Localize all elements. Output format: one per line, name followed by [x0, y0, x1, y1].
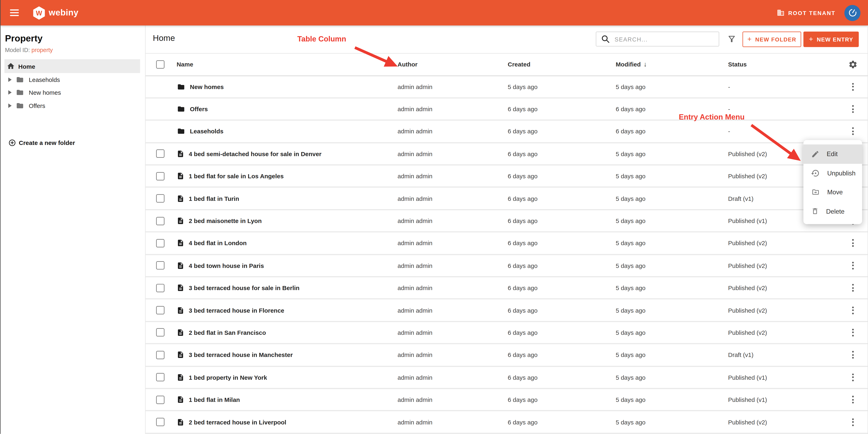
chevron-right-icon[interactable] [8, 90, 11, 95]
table-row[interactable]: 4 bed town house in Paris admin admin 6 … [145, 255, 868, 277]
row-checkbox[interactable] [156, 329, 164, 337]
row-kebab-menu-icon[interactable] [849, 282, 857, 293]
row-kebab-menu-icon[interactable] [849, 394, 857, 405]
select-all-checkbox[interactable] [156, 60, 164, 68]
row-name-cell[interactable]: 1 bed flat in Turin [177, 194, 397, 203]
menu-item-label: Edit [827, 151, 838, 157]
chevron-right-icon[interactable] [8, 77, 11, 82]
menu-item-unpublish[interactable]: Unpublish [803, 163, 862, 182]
user-avatar[interactable] [844, 5, 861, 21]
sidebar-folder-item[interactable]: Offers [0, 99, 145, 112]
table-row[interactable]: 2 bed flat in San Francisco admin admin … [145, 322, 868, 344]
row-name-cell[interactable]: 2 bed maisonette in Lyon [177, 216, 397, 226]
row-name-cell[interactable]: 4 bed town house in Paris [177, 261, 397, 270]
row-kebab-menu-icon[interactable] [849, 260, 857, 271]
screenshot-stage: W webiny ROOT TENANT Property Model ID: … [0, 0, 868, 434]
row-checkbox[interactable] [156, 194, 164, 203]
table-row[interactable]: 1 bed flat in Milan admin admin 6 days a… [145, 389, 868, 411]
sidebar-item-home[interactable]: Home [4, 59, 140, 73]
row-kebab-menu-icon[interactable] [849, 103, 857, 114]
row-kebab-menu-icon[interactable] [849, 305, 857, 316]
row-name-cell[interactable]: New homes [177, 83, 397, 91]
row-name: New homes [190, 84, 224, 90]
table-row[interactable]: 3 bed terraced house in Manchester admin… [145, 344, 868, 367]
row-name-cell[interactable]: 1 bed property in New York [177, 373, 397, 382]
column-header-status[interactable]: Status [728, 61, 844, 68]
column-header-modified[interactable]: Modified ↓ [616, 60, 728, 68]
table-row[interactable]: 1 bed flat for sale in Los Angeles admin… [145, 165, 868, 188]
column-header-created[interactable]: Created [508, 61, 616, 68]
chevron-right-icon[interactable] [8, 103, 11, 108]
table-row[interactable]: New homes admin admin 5 days ago 5 days … [145, 76, 868, 98]
table-settings-gear-icon[interactable] [848, 60, 858, 69]
table-row[interactable]: 3 bed terraced house for sale in Berlin … [145, 277, 868, 300]
row-name-cell[interactable]: 4 bed semi-detached house for sale in De… [177, 149, 397, 158]
row-actions-cell [844, 103, 868, 114]
row-kebab-menu-icon[interactable] [849, 81, 857, 92]
table-row[interactable]: 4 bed flat in London admin admin 6 days … [145, 233, 868, 255]
row-name-cell[interactable]: 3 bed terraced house in Manchester [177, 350, 397, 359]
column-header-author[interactable]: Author [398, 61, 508, 68]
table-row[interactable]: 1 bed property in New York admin admin 6… [145, 367, 868, 389]
row-name-cell[interactable]: 4 bed flat in London [177, 239, 397, 248]
row-name: 3 bed terraced house in Manchester [189, 352, 293, 358]
row-checkbox[interactable] [156, 396, 164, 404]
power-icon [846, 6, 860, 20]
menu-item-delete[interactable]: Delete [803, 202, 862, 221]
row-name-cell[interactable]: 2 bed flat in San Francisco [177, 328, 397, 337]
folder-icon [177, 83, 185, 91]
row-checkbox[interactable] [156, 418, 164, 426]
row-name-cell[interactable]: Offers [177, 105, 397, 113]
menu-item-move[interactable]: Move [803, 182, 862, 202]
row-checkbox[interactable] [156, 239, 164, 247]
sidebar-folder-label: Leaseholds [29, 76, 60, 83]
row-name-cell[interactable]: 1 bed flat for sale in Los Angeles [177, 172, 397, 181]
row-name-cell[interactable]: 3 bed terraced house for sale in Berlin [177, 283, 397, 292]
row-kebab-menu-icon[interactable] [849, 416, 857, 428]
table-row[interactable]: 1 bed flat in Turin admin admin 6 days a… [145, 188, 868, 210]
create-folder-button[interactable]: Create a new folder [8, 139, 75, 146]
new-entry-button[interactable]: + NEW ENTRY [803, 32, 859, 47]
row-checkbox[interactable] [156, 306, 164, 314]
row-checkbox[interactable] [156, 373, 164, 381]
row-checkbox[interactable] [156, 172, 164, 180]
row-kebab-menu-icon[interactable] [849, 126, 857, 137]
table-row[interactable]: 3 bed terraced house in London admin adm… [145, 434, 868, 434]
table-row[interactable]: Leaseholds admin admin 6 days ago 6 days… [145, 121, 868, 143]
menu-hamburger-icon[interactable] [10, 9, 19, 16]
sidebar-folder-item[interactable]: New homes [0, 86, 145, 99]
table-header: Name Author Created Modified ↓ Status [145, 54, 868, 76]
folder-icon [16, 89, 24, 96]
model-id-value[interactable]: property [32, 46, 53, 53]
table-row[interactable]: 2 bed maisonette in Lyon admin admin 6 d… [145, 210, 868, 233]
row-name-cell[interactable]: 3 bed terraced house in Florence [177, 306, 397, 315]
row-kebab-menu-icon[interactable] [849, 238, 857, 248]
table-row[interactable]: 2 bed terraced house in Liverpool admin … [145, 411, 868, 434]
search-input[interactable] [614, 35, 710, 43]
row-kebab-menu-icon[interactable] [849, 327, 857, 338]
row-checkbox[interactable] [156, 261, 164, 270]
table-row[interactable]: 4 bed semi-detached house for sale in De… [145, 143, 868, 165]
filter-button[interactable] [727, 34, 736, 44]
home-icon [7, 62, 15, 70]
sidebar-folder-item[interactable]: Leaseholds [0, 73, 145, 86]
row-status: Published (v2) [728, 262, 844, 269]
new-folder-button[interactable]: + NEW FOLDER [743, 32, 801, 47]
row-checkbox[interactable] [156, 351, 164, 359]
table-row[interactable]: 3 bed terraced house in Florence admin a… [145, 300, 868, 322]
column-header-name[interactable]: Name [177, 61, 397, 68]
row-select-cell [145, 306, 177, 314]
row-checkbox[interactable] [156, 217, 164, 225]
row-name-cell[interactable]: Leaseholds [177, 128, 397, 135]
row-kebab-menu-icon[interactable] [849, 372, 857, 383]
row-name-cell[interactable]: 1 bed flat in Milan [177, 395, 397, 404]
row-name: 1 bed flat for sale in Los Angeles [189, 173, 284, 179]
row-checkbox[interactable] [156, 149, 164, 158]
tenant-selector[interactable]: ROOT TENANT [777, 9, 836, 17]
menu-item-edit[interactable]: Edit [803, 144, 862, 164]
table-row[interactable]: Offers admin admin 6 days ago 6 days ago… [145, 98, 868, 121]
row-kebab-menu-icon[interactable] [849, 349, 857, 360]
trash-icon [811, 207, 819, 215]
row-name-cell[interactable]: 2 bed terraced house in Liverpool [177, 418, 397, 427]
row-checkbox[interactable] [156, 284, 164, 292]
